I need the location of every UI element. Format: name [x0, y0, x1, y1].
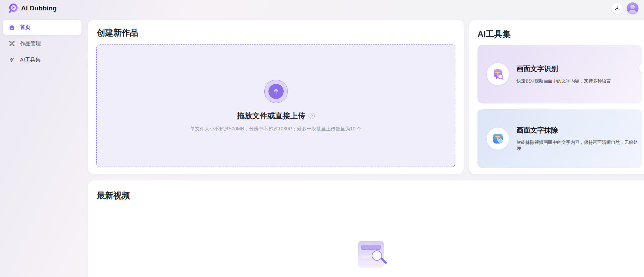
avatar-body-shape [628, 10, 637, 14]
dropzone-hint: 单文件大小不超过500MB，分辨率不超过1080P；最多一次批量上传数量为10 … [190, 126, 361, 132]
app-logo: AI Dubbing [8, 3, 57, 13]
sidebar-item-label: 首页 [20, 24, 30, 31]
sidebar: 首页 作品管理 AI工具集 [3, 20, 82, 68]
latest-videos-card: 最新视频 [88, 180, 644, 277]
tool-title: 画面文字识别 [517, 64, 611, 73]
empty-state-illustration [358, 241, 384, 268]
header-actions [612, 2, 638, 14]
upload-arrow-circle [268, 84, 284, 99]
edit-pencils-icon [8, 40, 15, 47]
ai-tools-title: AI工具集 [477, 29, 511, 40]
tool-card-text-erase[interactable]: 画面文字抹除 智能抹除视频画面中的文字内容，保持画面清晰自然，无痕处理 [477, 109, 642, 168]
sidebar-item-works[interactable]: 作品管理 [3, 36, 82, 51]
download-icon [614, 6, 620, 11]
sidebar-item-label: 作品管理 [20, 40, 41, 47]
text-search-icon [492, 68, 504, 80]
tool-title: 画面文字抹除 [517, 126, 642, 135]
tool-card-text: 画面文字识别 快速识别视频画面中的文字内容，支持多种语言 [517, 64, 611, 84]
arrow-up-icon [272, 88, 280, 95]
app-root: AI Dubbing [0, 0, 644, 277]
text-erase-icon [492, 132, 504, 145]
latest-videos-title: 最新视频 [97, 190, 130, 201]
empty-list-row-1 [361, 245, 381, 250]
app-title: AI Dubbing [21, 4, 57, 12]
tool-card-text: 画面文字抹除 智能抹除视频画面中的文字内容，保持画面清晰自然，无痕处理 [517, 126, 642, 152]
text-recognition-icon-badge [487, 63, 509, 85]
dropzone-title-row: 拖放文件或直接上传 ? [237, 111, 315, 121]
create-work-card: 创建新作品 拖放文件或直接上传 ? 单文件大小不超过500MB，分辨率不超过10… [88, 20, 464, 174]
text-erase-icon-badge [487, 128, 509, 150]
tool-card-text-recognition[interactable]: 画面文字识别 快速识别视频画面中的文字内容，支持多种语言 [477, 45, 642, 103]
ai-tools-panel: AI工具集 [469, 20, 644, 174]
download-button[interactable] [612, 3, 623, 14]
user-avatar[interactable] [627, 2, 638, 14]
sidebar-item-home[interactable]: 首页 [3, 20, 82, 35]
magic-sparkle-icon [8, 56, 15, 63]
header: AI Dubbing [0, 0, 644, 17]
dropzone-title: 拖放文件或直接上传 [237, 111, 305, 121]
tool-description: 快速识别视频画面中的文字内容，支持多种语言 [517, 78, 611, 84]
sidebar-item-ai-tools[interactable]: AI工具集 [3, 52, 82, 67]
upload-dropzone[interactable]: 拖放文件或直接上传 ? 单文件大小不超过500MB，分辨率不超过1080P；最多… [96, 44, 455, 167]
sidebar-item-label: AI工具集 [20, 57, 40, 63]
avatar-head-shape [631, 5, 635, 9]
upload-circle[interactable] [264, 80, 288, 103]
tool-description: 智能抹除视频画面中的文字内容，保持画面清晰自然，无痕处理 [517, 139, 642, 152]
create-work-title: 创建新作品 [97, 27, 138, 38]
home-icon [8, 24, 15, 31]
help-icon[interactable]: ? [309, 113, 315, 119]
app-logo-icon [8, 3, 18, 13]
